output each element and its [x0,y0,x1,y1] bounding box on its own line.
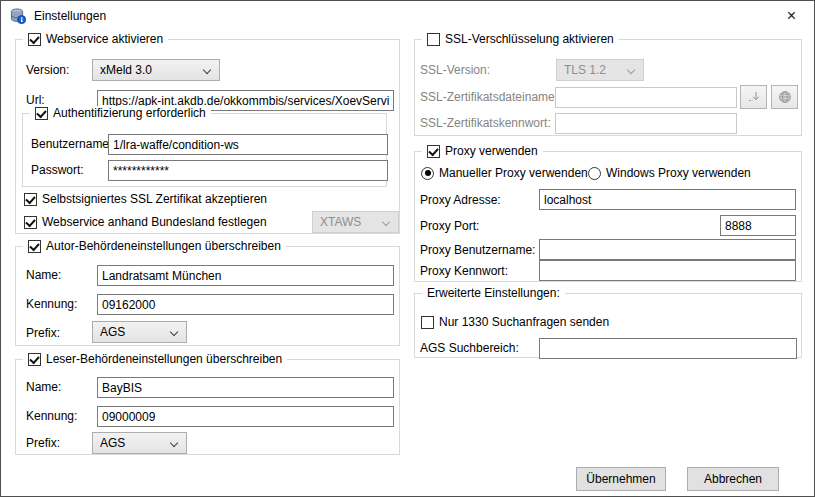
autor-prefix-dropdown[interactable]: AGS [92,321,187,343]
username-input[interactable] [108,134,388,155]
bundesland-dropdown: XTAWS [312,211,399,233]
leser-kennung-label: Kennung: [26,409,77,423]
apply-button[interactable]: Übernehmen [576,467,666,491]
only1330-checkbox[interactable] [421,316,434,329]
ssl-checkbox[interactable] [427,33,440,46]
leser-prefix-dropdown[interactable]: AGS [92,432,187,454]
chevron-down-icon [170,439,179,448]
windows-proxy-radio[interactable] [588,167,601,180]
ags-suchbereich-input[interactable] [539,338,797,359]
import-file-icon [747,90,761,104]
group-advanced: Erweiterte Einstellungen: Nur 1330 Sucha… [414,293,802,358]
url-label: Url: [26,93,45,107]
proxy-port-input[interactable] [720,215,796,236]
autor-checkbox[interactable] [28,240,41,253]
ssl-certpwd-label: SSL-Zertifikatskennwort: [420,116,551,130]
only1330-label: Nur 1330 Suchanfragen senden [439,315,609,329]
proxy-checkbox[interactable] [427,145,440,158]
chevron-down-icon [382,218,391,227]
bundesland-label: Webservice anhand Bundesland festlegen [42,215,267,229]
ssl-version-dropdown: TLS 1.2 [556,59,644,81]
group-auth-title: Authentifizierung erforderlich [53,106,206,120]
manual-proxy-label: Manueller Proxy verwenden [439,166,588,180]
proxy-address-label: Proxy Adresse: [420,193,501,207]
close-icon: × [787,7,796,25]
ssl-certfile-input [555,87,737,108]
username-label: Benutzername: [31,137,112,151]
ssl-certpwd-input [555,113,737,134]
group-auth: Authentifizierung erforderlich Benutzern… [22,113,387,187]
selfsigned-checkbox-row[interactable]: Selbstsigniertes SSL Zertifikat akzeptie… [24,192,267,206]
only1330-checkbox-row[interactable]: Nur 1330 Suchanfragen senden [421,315,609,329]
group-autor: Autor-Behördeneinstellungen überschreibe… [15,246,400,346]
password-label: Passwort: [31,163,84,177]
group-webservice-title: Webservice aktivieren [46,32,163,46]
bundesland-checkbox-row[interactable]: Webservice anhand Bundesland festlegen [24,215,267,229]
group-advanced-title: Erweiterte Einstellungen: [427,286,560,300]
chevron-down-icon [203,66,212,75]
autor-name-input[interactable] [97,265,394,286]
manual-proxy-radio[interactable] [421,167,434,180]
group-ssl-title: SSL-Verschlüsselung aktivieren [445,32,614,46]
proxy-password-label: Proxy Kennwort: [420,264,508,278]
leser-name-label: Name: [26,380,61,394]
group-webservice: Webservice aktivieren Version: xMeld 3.0… [15,39,400,234]
chevron-down-icon [627,66,636,75]
cancel-button[interactable]: Abbrechen [687,467,779,491]
autor-prefix-label: Prefix: [26,326,60,340]
proxy-address-input[interactable] [539,189,796,210]
bundesland-checkbox[interactable] [24,216,37,229]
chevron-down-icon [170,328,179,337]
group-leser: Leser-Behördeneinstellungen überschreibe… [15,359,400,455]
window-title: Einstellungen [34,9,106,23]
proxy-password-input[interactable] [539,260,796,281]
selfsigned-checkbox[interactable] [24,193,37,206]
webservice-checkbox[interactable] [28,33,41,46]
autor-name-label: Name: [26,268,61,282]
globe-icon [778,90,792,104]
auth-checkbox[interactable] [35,107,48,120]
title-bar: Einstellungen × [1,1,814,31]
selfsigned-label: Selbstsigniertes SSL Zertifikat akzeptie… [42,192,267,206]
autor-kennung-input[interactable] [97,294,394,315]
windows-proxy-radio-row[interactable]: Windows Proxy verwenden [588,166,751,180]
proxy-username-input[interactable] [539,239,796,260]
proxy-username-label: Proxy Benutzername: [420,243,535,257]
windows-proxy-label: Windows Proxy verwenden [606,166,751,180]
browse-certfile-button[interactable] [740,85,767,109]
cert-url-button[interactable] [771,85,798,109]
group-proxy: Proxy verwenden Manueller Proxy verwende… [414,151,802,282]
leser-name-input[interactable] [97,377,394,398]
group-leser-title: Leser-Behördeneinstellungen überschreibe… [46,352,282,366]
leser-prefix-label: Prefix: [26,436,60,450]
leser-kennung-input[interactable] [97,406,394,427]
close-button[interactable]: × [769,1,814,30]
ssl-certfile-label: SSL-Zertifikatsdateiname: [420,90,558,104]
group-ssl: SSL-Verschlüsselung aktivieren SSL-Versi… [414,39,802,136]
proxy-port-label: Proxy Port: [420,219,479,233]
manual-proxy-radio-row[interactable]: Manueller Proxy verwenden [421,166,588,180]
ssl-version-label: SSL-Version: [420,63,490,77]
ags-suchbereich-label: AGS Suchbereich: [420,341,519,355]
group-proxy-title: Proxy verwenden [445,144,538,158]
autor-kennung-label: Kennung: [26,297,77,311]
version-dropdown[interactable]: xMeld 3.0 [92,59,220,81]
password-input[interactable] [108,160,388,181]
version-label: Version: [26,63,69,77]
leser-checkbox[interactable] [28,353,41,366]
app-database-icon [10,8,26,24]
settings-dialog: Einstellungen × Webservice aktivieren Ve… [0,0,815,497]
group-autor-title: Autor-Behördeneinstellungen überschreibe… [46,239,281,253]
